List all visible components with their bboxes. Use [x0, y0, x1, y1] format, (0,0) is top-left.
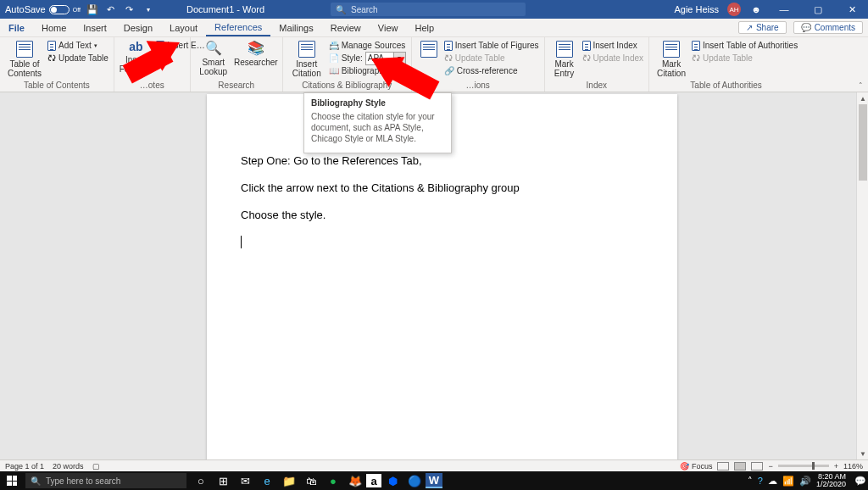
- tab-view[interactable]: View: [370, 19, 407, 36]
- notifications-icon[interactable]: 💬: [854, 476, 866, 487]
- share-button[interactable]: ↗Share: [738, 21, 787, 34]
- refresh-icon: 🗘: [444, 53, 453, 63]
- cross-reference-button[interactable]: 🔗Cross-reference: [444, 64, 539, 77]
- wifi-icon[interactable]: 📶: [782, 476, 794, 487]
- zoom-slider[interactable]: [778, 465, 829, 467]
- bibliography-icon: 📖: [329, 66, 339, 75]
- print-layout-button[interactable]: [734, 462, 746, 471]
- save-icon[interactable]: 💾: [86, 3, 99, 16]
- maximize-button[interactable]: ▢: [805, 0, 831, 19]
- insert-citation-button[interactable]: Insert Citation: [288, 39, 326, 78]
- cortana-icon[interactable]: ○: [190, 471, 212, 490]
- manage-sources-button[interactable]: 📇Manage Sources: [329, 39, 406, 52]
- read-mode-button[interactable]: [717, 462, 729, 471]
- mark-entry-icon: [556, 41, 573, 58]
- style-label: Style:: [342, 53, 363, 63]
- onedrive-icon[interactable]: ☁: [768, 476, 777, 487]
- tab-insert[interactable]: Insert: [75, 19, 115, 36]
- search-icon: 🔍: [336, 5, 346, 14]
- focus-mode[interactable]: 🎯 Focus: [680, 462, 712, 471]
- tab-help[interactable]: Help: [406, 19, 442, 36]
- smart-lookup-icon: 🔍: [205, 41, 222, 56]
- explorer-icon[interactable]: 📁: [278, 471, 300, 490]
- user-avatar[interactable]: AH: [727, 3, 741, 16]
- crossref-icon: 🔗: [444, 66, 454, 75]
- taskbar-search-placeholder: Type here to search: [46, 476, 120, 486]
- footnote-icon: ab: [129, 41, 142, 53]
- add-text-button[interactable]: Add Text▾: [47, 39, 108, 52]
- store-icon[interactable]: 🛍: [300, 471, 322, 490]
- autosave-label: AutoSave: [5, 4, 46, 14]
- scroll-down-button[interactable]: ▼: [857, 448, 868, 459]
- zoom-in-button[interactable]: +: [834, 462, 838, 471]
- tab-design[interactable]: Design: [115, 19, 161, 36]
- tab-file[interactable]: File: [0, 19, 33, 36]
- style-icon: 📄: [329, 53, 339, 63]
- researcher-button[interactable]: 📚 Researcher: [235, 39, 277, 67]
- chrome-icon[interactable]: 🔵: [403, 471, 426, 490]
- scroll-thumb[interactable]: [859, 104, 867, 181]
- amazon-icon[interactable]: a: [366, 474, 381, 487]
- group-research: 🔍 Smart Lookup 📚 Researcher Research: [191, 37, 283, 92]
- insert-index-button[interactable]: Insert Index: [582, 39, 644, 52]
- face-icon[interactable]: ☻: [749, 3, 763, 16]
- group-index: Mark Entry Insert Index 🗘Update Index In…: [545, 37, 650, 92]
- taskbar-search[interactable]: 🔍 Type here to search: [25, 473, 186, 488]
- close-button[interactable]: ✕: [839, 0, 865, 19]
- insert-caption-button[interactable]: [417, 39, 441, 58]
- start-button[interactable]: [0, 471, 24, 490]
- tab-home[interactable]: Home: [33, 19, 75, 36]
- vertical-scrollbar[interactable]: ▲ ▼: [856, 92, 868, 459]
- minimize-button[interactable]: —: [771, 0, 797, 19]
- search-box[interactable]: 🔍 Search: [331, 3, 526, 16]
- spellcheck-icon[interactable]: ▢: [92, 462, 100, 471]
- tray-expand-icon[interactable]: ˄: [748, 476, 753, 487]
- windows-logo-icon: [7, 476, 17, 486]
- share-icon: ↗: [746, 23, 753, 32]
- redo-icon[interactable]: ↷: [123, 3, 136, 16]
- title-bar: AutoSave Off 💾 ↶ ↷ ▾ Document1 - Word 🔍 …: [0, 0, 868, 19]
- update-index-button: 🗘Update Index: [582, 52, 644, 64]
- group-label-authorities: Table of Authorities: [654, 80, 798, 92]
- edge-icon[interactable]: e: [256, 471, 278, 490]
- volume-icon[interactable]: 🔊: [799, 476, 811, 487]
- doc-paragraph-1: Step One: Go to the References Tab,: [241, 153, 643, 169]
- smart-lookup-button[interactable]: 🔍 Smart Lookup: [196, 39, 231, 76]
- tooltip-body: Choose the citation style for your docum…: [311, 111, 444, 144]
- dropbox-icon[interactable]: ⬢: [381, 471, 403, 490]
- tooltip-title: Bibliography Style: [311, 98, 444, 108]
- taskbar-clock[interactable]: 8:20 AM 1/2/2020: [816, 473, 849, 488]
- undo-icon[interactable]: ↶: [104, 3, 118, 16]
- mark-entry-button[interactable]: Mark Entry: [550, 39, 579, 78]
- toc-button[interactable]: Table of Contents: [5, 39, 44, 78]
- mark-citation-button[interactable]: Mark Citation: [654, 39, 688, 78]
- insert-toa-button[interactable]: Insert Table of Authorities: [692, 39, 798, 52]
- status-bar: Page 1 of 1 20 words ▢ 🎯 Focus − + 116%: [0, 459, 868, 471]
- tab-references[interactable]: References: [206, 19, 270, 36]
- group-label-index: Index: [550, 80, 644, 92]
- search-icon: 🔍: [31, 476, 41, 486]
- mail-icon[interactable]: ✉: [234, 471, 256, 490]
- zoom-out-button[interactable]: −: [768, 462, 772, 471]
- spotify-icon[interactable]: ●: [322, 471, 344, 490]
- comments-button[interactable]: 💬Comments: [793, 21, 863, 34]
- update-toc-button[interactable]: 🗘Update Table: [47, 52, 108, 64]
- tab-review[interactable]: Review: [322, 19, 370, 36]
- word-count[interactable]: 20 words: [53, 462, 84, 471]
- scroll-up-button[interactable]: ▲: [857, 92, 868, 104]
- group-label-footnotes: …otes: [120, 80, 185, 92]
- task-view-icon[interactable]: ⊞: [212, 471, 234, 490]
- collapse-ribbon-icon[interactable]: ˄: [859, 81, 863, 90]
- tab-mailings[interactable]: Mailings: [270, 19, 321, 36]
- insert-tof-button[interactable]: Insert Table of Figures: [444, 39, 539, 52]
- web-layout-button[interactable]: [751, 462, 763, 471]
- add-text-icon: [47, 41, 56, 51]
- user-name[interactable]: Agie Heiss: [674, 4, 719, 14]
- autosave-toggle[interactable]: AutoSave Off: [5, 4, 81, 14]
- firefox-icon[interactable]: 🦊: [344, 471, 366, 490]
- word-icon[interactable]: W: [426, 473, 442, 488]
- help-icon[interactable]: ?: [758, 476, 763, 486]
- qat-dropdown-icon[interactable]: ▾: [142, 3, 155, 16]
- page-indicator[interactable]: Page 1 of 1: [5, 462, 44, 471]
- zoom-level[interactable]: 116%: [843, 462, 863, 471]
